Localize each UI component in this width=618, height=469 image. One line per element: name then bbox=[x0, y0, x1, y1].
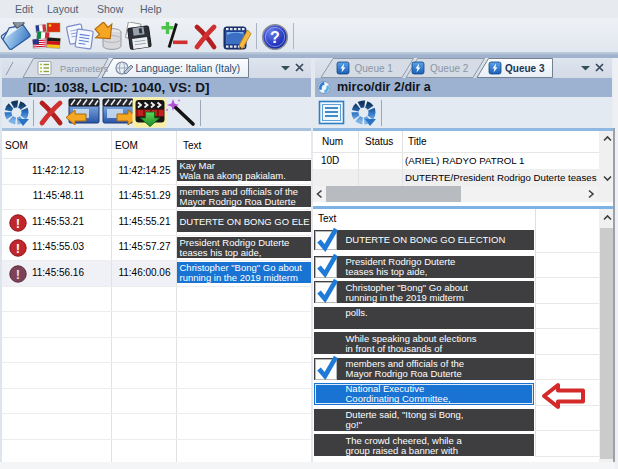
svg-text:!: ! bbox=[16, 216, 20, 231]
svg-text:Queue 2: Queue 2 bbox=[430, 63, 469, 74]
svg-text:Queue 1: Queue 1 bbox=[355, 63, 394, 74]
svg-text:Parameters: Parameters bbox=[60, 64, 108, 74]
svg-text:Queue 3: Queue 3 bbox=[505, 63, 545, 74]
svg-text:!: ! bbox=[16, 241, 20, 256]
svg-text:?: ? bbox=[270, 29, 280, 46]
svg-text:Language: Italian (Italy): Language: Italian (Italy) bbox=[136, 63, 241, 74]
svg-text:!: ! bbox=[16, 267, 20, 282]
